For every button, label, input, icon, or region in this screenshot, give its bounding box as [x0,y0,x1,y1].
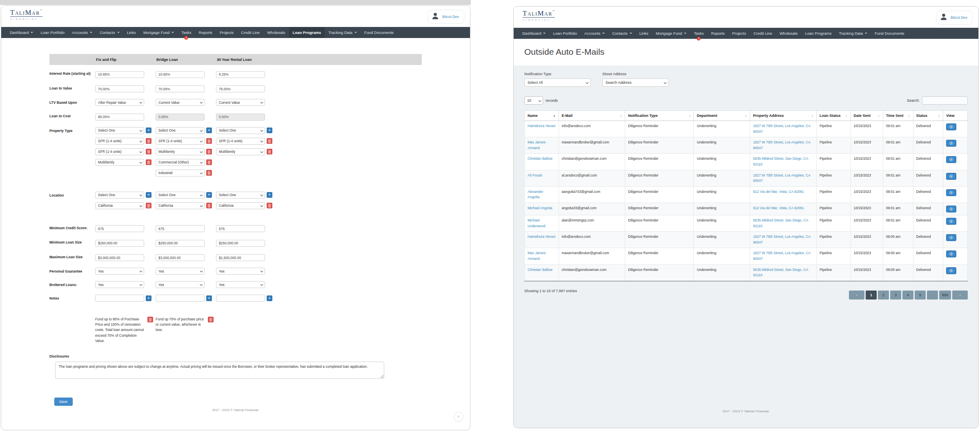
delete-option-button[interactable] [206,149,212,154]
property-address-link[interactable]: 1827 W 75th Street, Los Angeles, CA 9004… [753,140,810,150]
delete-option-button[interactable] [146,159,151,165]
name-link[interactable]: Michael Underwood [528,218,545,228]
location-select[interactable]: Select One [216,192,265,199]
nav-item-mortgage-fund[interactable]: Mortgage Fund [140,27,178,38]
column-header-property-address[interactable]: Property Address▲▼ [750,111,817,121]
property-type-select[interactable]: SFR (1-4 units) [156,138,205,145]
ltv-based-upon-select[interactable]: Current Value [156,99,205,106]
location-select[interactable]: California [95,202,144,209]
minimum-credit-score-input[interactable] [156,225,205,232]
view-email-button[interactable] [946,140,956,147]
delete-option-button[interactable] [208,317,214,322]
property-type-select[interactable]: Multifamily [156,148,205,155]
delete-option-button[interactable] [267,203,272,208]
notes-input[interactable] [216,295,265,302]
delete-option-button[interactable] [147,317,153,322]
nav-item-credit-line[interactable]: Credit Line [237,27,263,38]
scroll-top-button[interactable] [454,412,463,422]
name-link[interactable]: Max James-Armand [528,251,546,261]
nav-item-wholesale[interactable]: Wholesale [776,28,801,39]
delete-option-button[interactable] [146,138,151,144]
property-type-select[interactable]: Multifamily [216,148,265,155]
name-link[interactable]: Christian Ballow [528,157,552,161]
view-email-button[interactable] [946,173,956,180]
personal-guarantee-select[interactable]: Yes [216,268,265,275]
minimum-credit-score-input[interactable] [95,225,144,232]
nav-item-dashboard[interactable]: Dashboard [519,28,549,39]
property-type-select[interactable]: Commercial (Other) [156,159,205,166]
nav-item-dashboard[interactable]: Dashboard [6,27,37,38]
ltv-based-upon-select[interactable]: Current Value [216,99,265,106]
nav-item-fund-documents[interactable]: Fund Documents [871,28,908,39]
nav-item-links[interactable]: Links [123,27,140,38]
delete-option-button[interactable] [206,138,212,144]
name-link[interactable]: Ali Pousti [528,173,542,177]
loan-to-cost-input[interactable] [95,114,144,121]
save-button[interactable]: Save [54,398,73,406]
property-type-select[interactable]: SFR (1-4 units) [95,138,144,145]
pagination-page-800[interactable]: 800 [939,291,951,300]
name-link[interactable]: Alexander Angotta [528,190,543,199]
property-address-link[interactable]: 5635 Mildred Street, San Diego, CA 92110 [753,218,808,228]
notes-input[interactable] [156,295,205,302]
loan-to-value-input[interactable] [156,85,205,92]
nav-item-fund-documents[interactable]: Fund Documents [361,27,397,38]
add-option-button[interactable]: + [206,295,212,301]
nav-item-loan-programs[interactable]: Loan Programs [802,28,835,39]
pagination-page-3[interactable]: 3 [890,291,901,300]
maximum-loan-size-input[interactable] [216,254,265,261]
talimar-logo[interactable]: TALIMAR™ FINANCIAL [10,9,42,20]
property-address-link[interactable]: 612 Via del Mar, Vista, CA 92081 [753,190,804,194]
disclosures-textarea[interactable]: The loan programs and pricing shown abov… [55,362,384,379]
add-option-button[interactable]: + [267,127,272,133]
nav-item-reports[interactable]: Reports [708,28,728,39]
delete-option-button[interactable] [206,170,212,176]
delete-option-button[interactable] [206,159,212,165]
brokered-loans-select[interactable]: Yes [95,281,144,288]
minimum-loan-size-input[interactable] [156,240,205,247]
nav-item-tracking-data[interactable]: Tracking Data [835,28,871,39]
pagination-page-1[interactable]: 1 [866,291,877,300]
user-menu[interactable]: Bitcot Dev [936,11,973,25]
interest-rate-starting-at-input[interactable] [156,71,205,78]
nav-item-reports[interactable]: Reports [195,27,216,38]
view-email-button[interactable] [946,206,956,212]
personal-guarantee-select[interactable]: Yes [95,268,144,275]
add-option-button[interactable]: + [146,295,151,301]
interest-rate-starting-at-input[interactable] [95,71,144,78]
pagination-page-4[interactable]: 4 [902,291,913,300]
nav-item-tracking-data[interactable]: Tracking Data [325,27,361,38]
delete-option-button[interactable] [146,149,151,154]
delete-option-button[interactable] [206,203,212,208]
street-address-select[interactable]: Search Address [602,78,669,87]
nav-item-wholesale[interactable]: Wholesale [263,27,289,38]
minimum-credit-score-input[interactable] [216,225,265,232]
property-address-link[interactable]: 1827 W 75th Street, Los Angeles, CA 9004… [753,251,810,261]
column-header-e-mail[interactable]: E-Mail▲▼ [559,111,625,121]
add-option-button[interactable]: + [206,127,212,133]
view-email-button[interactable] [946,234,956,241]
add-option-button[interactable]: + [146,192,151,198]
property-type-select[interactable]: Select One [216,127,265,134]
nav-item-projects[interactable]: Projects [216,27,237,38]
property-address-link[interactable]: 1827 W 75th Street, Los Angeles, CA 9004… [753,173,810,183]
property-type-select[interactable]: Select One [156,127,205,134]
nav-item-tasks[interactable]: Tasks1 [690,28,707,39]
nav-item-tasks[interactable]: Tasks1 [178,27,195,38]
notes-input[interactable] [95,295,144,302]
view-email-button[interactable] [946,156,956,163]
interest-rate-starting-at-input[interactable] [216,71,265,78]
brokered-loans-select[interactable]: Yes [156,281,205,288]
nav-item-contacts[interactable]: Contacts [96,27,123,38]
location-select[interactable]: Select One [95,192,144,199]
property-type-select[interactable]: SFR (1-4 units) [216,138,265,145]
add-option-button[interactable]: + [267,295,272,301]
nav-item-credit-line[interactable]: Credit Line [750,28,776,39]
name-link[interactable]: Michael Angotta [528,206,552,210]
user-menu[interactable]: Bitcot Dev [428,10,464,24]
property-address-link[interactable]: 5635 Mildred Street, San Diego, CA 92110 [753,268,808,277]
loan-to-value-input[interactable] [95,85,144,92]
view-email-button[interactable] [946,123,956,130]
notification-type-select[interactable]: Select All [524,78,591,87]
column-header-time-sent[interactable]: Time Sent▲▼ [883,111,913,121]
